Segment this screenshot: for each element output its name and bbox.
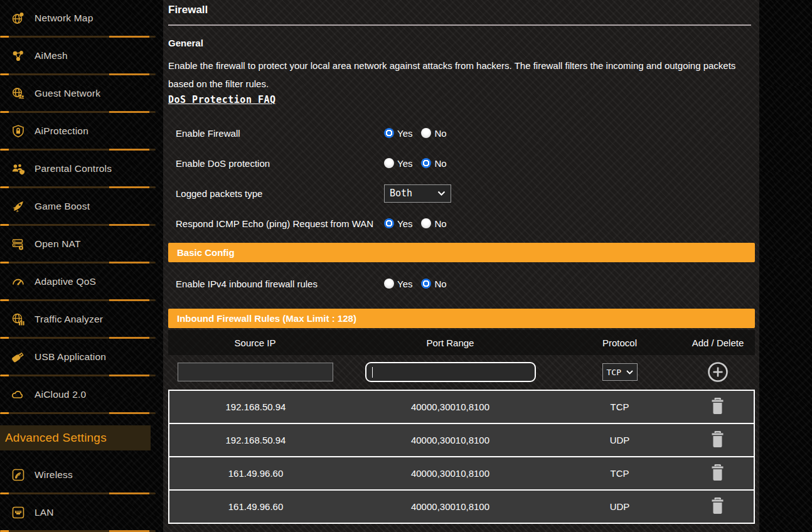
rule-source-ip: 161.49.96.60	[169, 501, 342, 512]
rules-table-body: 192.168.50.94 40000,30010,8100 TCP 192.1…	[168, 390, 755, 524]
sidebar-item-label: LAN	[35, 507, 54, 518]
parental-controls-icon	[11, 162, 25, 176]
enable-dos-label: Enable DoS protection	[176, 157, 384, 169]
sidebar-section-advanced-settings[interactable]: Advanced Settings	[0, 425, 151, 450]
col-header-source-ip: Source IP	[168, 338, 342, 348]
general-heading: General	[168, 38, 755, 48]
sidebar-item-label: AiProtection	[35, 125, 88, 137]
source-ip-input[interactable]	[178, 363, 333, 381]
chevron-down-icon	[626, 370, 633, 375]
sidebar-item-label: USB Application	[35, 351, 106, 363]
sidebar-item-label: Wireless	[35, 469, 73, 481]
rule-row: 192.168.50.94 40000,30010,8100 UDP	[169, 423, 754, 456]
enable-firewall-label: Enable Firewall	[176, 127, 384, 139]
enable-firewall-row: Enable Firewall Yes No	[168, 120, 755, 146]
sidebar-item-label: Adaptive QoS	[35, 276, 96, 287]
rule-protocol: TCP	[558, 402, 681, 412]
adaptive-qos-icon	[11, 275, 25, 289]
sidebar-item-label: Parental Controls	[35, 163, 112, 174]
enable-firewall-no-radio[interactable]	[421, 128, 431, 138]
sidebar-item-game-boost[interactable]: Game Boost	[0, 188, 163, 224]
sidebar-item-label: Open NAT	[35, 238, 81, 250]
delete-rule-button[interactable]	[710, 464, 725, 482]
no-label: No	[434, 218, 446, 229]
logged-packets-select[interactable]: Both	[384, 184, 451, 203]
inbound-rules-banner: Inbound Firewall Rules (Max Limit : 128)	[168, 309, 755, 328]
dos-protection-faq-link[interactable]: DoS Protection FAQ	[168, 94, 276, 105]
enable-dos-row: Enable DoS protection Yes No	[168, 151, 755, 176]
open-nat-icon	[11, 237, 25, 251]
col-header-add-delete: Add / Delete	[681, 338, 755, 348]
logged-packets-row: Logged packets type Both	[168, 181, 755, 206]
rule-port-range: 40000,30010,8100	[342, 501, 558, 512]
traffic-analyzer-icon	[11, 312, 25, 326]
col-header-protocol: Protocol	[558, 338, 681, 348]
sidebar-item-lan[interactable]: LAN	[0, 494, 163, 530]
enable-firewall-yes-radio[interactable]	[384, 128, 394, 138]
protocol-select[interactable]: TCP	[602, 363, 638, 381]
lan-icon	[11, 506, 25, 519]
sidebar-item-traffic-analyzer[interactable]: Traffic Analyzer	[0, 301, 163, 337]
sidebar-item-aiprotection[interactable]: AiProtection	[0, 113, 163, 149]
ipv4-no-radio[interactable]	[421, 279, 431, 289]
sidebar-item-adaptive-qos[interactable]: Adaptive QoS	[0, 263, 163, 299]
general-description: Enable the firewall to protect your loca…	[168, 56, 755, 93]
yes-label: Yes	[397, 128, 412, 139]
sidebar-item-open-nat[interactable]: Open NAT	[0, 226, 163, 262]
respond-icmp-no-radio[interactable]	[421, 218, 431, 228]
rules-table-header: Source IP Port Range Protocol Add / Dele…	[168, 330, 755, 355]
rule-port-range: 40000,30010,8100	[342, 468, 558, 479]
sidebar-item-parental-controls[interactable]: Parental Controls	[0, 151, 163, 186]
main-panel: Firewall General Enable the firewall to …	[163, 0, 759, 532]
sidebar-item-aicloud[interactable]: AiCloud 2.0	[0, 376, 163, 412]
logged-packets-value: Both	[390, 188, 412, 199]
delete-rule-button[interactable]	[710, 497, 725, 515]
rule-source-ip: 192.168.50.94	[169, 435, 342, 445]
sidebar: Network Map AiMesh Guest Network AiProte…	[0, 0, 163, 532]
sidebar-item-label: Network Map	[35, 13, 93, 24]
sidebar-item-wireless[interactable]: Wireless	[0, 457, 163, 492]
advanced-settings-label: Advanced Settings	[5, 431, 107, 445]
respond-icmp-yes-radio[interactable]	[384, 218, 394, 228]
yes-label: Yes	[397, 279, 412, 289]
rule-row: 161.49.96.60 40000,30010,8100 UDP	[169, 489, 754, 523]
usb-application-icon	[11, 350, 25, 364]
ipv4-rules-row: Enable IPv4 inbound firewall rules Yes N…	[168, 271, 755, 296]
delete-rule-button[interactable]	[710, 397, 725, 415]
sidebar-item-label: Traffic Analyzer	[35, 314, 103, 325]
sidebar-item-aimesh[interactable]: AiMesh	[0, 38, 163, 73]
respond-icmp-row: Respond ICMP Echo (ping) Request from WA…	[168, 211, 755, 236]
delete-rule-button[interactable]	[710, 430, 725, 449]
yes-label: Yes	[397, 158, 412, 169]
sidebar-item-guest-network[interactable]: Guest Network	[0, 75, 163, 111]
rule-row: 161.49.96.60 40000,30010,8100 TCP	[169, 456, 754, 489]
enable-dos-yes-radio[interactable]	[384, 158, 394, 168]
text-caret	[372, 367, 373, 378]
port-range-input[interactable]	[365, 362, 536, 382]
no-label: No	[434, 158, 446, 169]
aiprotection-icon	[11, 124, 25, 138]
rule-row: 192.168.50.94 40000,30010,8100 TCP	[169, 391, 754, 423]
no-label: No	[434, 128, 446, 139]
rule-port-range: 40000,30010,8100	[342, 402, 558, 412]
rules-input-row: TCP	[168, 355, 755, 389]
respond-icmp-label: Respond ICMP Echo (ping) Request from WA…	[176, 218, 384, 230]
aimesh-icon	[11, 49, 25, 63]
rule-source-ip: 161.49.96.60	[169, 468, 342, 479]
guest-network-icon	[11, 87, 25, 100]
sidebar-divider	[0, 412, 156, 414]
sidebar-item-label: AiMesh	[35, 50, 68, 61]
title-divider	[168, 24, 751, 26]
network-map-icon	[11, 11, 25, 25]
sidebar-item-label: Game Boost	[35, 201, 90, 212]
sidebar-item-network-map[interactable]: Network Map	[0, 0, 163, 36]
no-label: No	[434, 279, 446, 289]
ipv4-yes-radio[interactable]	[384, 279, 394, 289]
rule-source-ip: 192.168.50.94	[169, 402, 342, 412]
sidebar-item-label: Guest Network	[35, 88, 100, 99]
logged-packets-label: Logged packets type	[176, 188, 384, 200]
enable-dos-no-radio[interactable]	[421, 158, 431, 168]
sidebar-item-usb-application[interactable]: USB Application	[0, 339, 163, 375]
rule-port-range: 40000,30010,8100	[342, 435, 558, 445]
add-rule-button[interactable]	[707, 361, 729, 383]
